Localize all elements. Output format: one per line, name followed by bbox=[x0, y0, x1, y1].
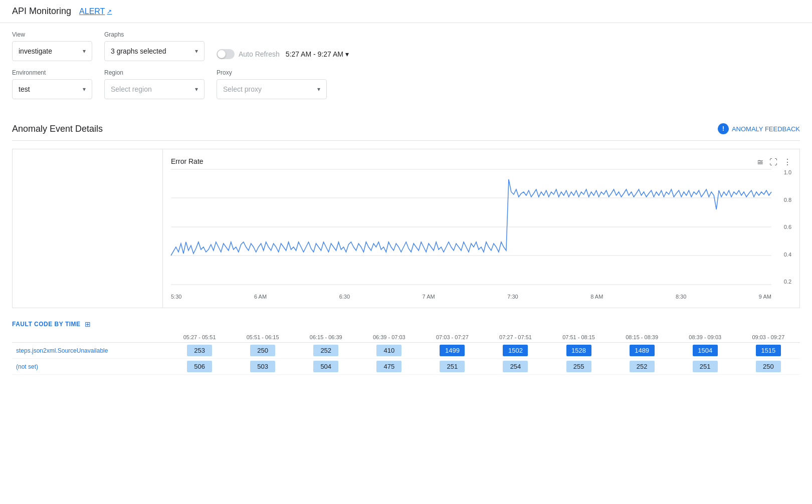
fault-table-body: steps.json2xml.SourceUnavailable25325025… bbox=[12, 343, 800, 375]
view-chevron-icon: ▾ bbox=[83, 48, 86, 55]
y-label-1: 1.0 bbox=[784, 169, 791, 175]
graphs-label: Graphs bbox=[104, 31, 205, 38]
y-label-4: 0.4 bbox=[784, 251, 791, 258]
view-label: View bbox=[12, 31, 92, 38]
cell-light: 252 bbox=[630, 361, 655, 372]
fault-table-header: 05:27 - 05:51 05:51 - 06:15 06:15 - 06:3… bbox=[12, 332, 800, 343]
filter-icon[interactable]: ≅ bbox=[757, 157, 763, 167]
time-range-chevron-icon: ▾ bbox=[345, 50, 349, 58]
chart-title: Error Rate bbox=[171, 157, 791, 165]
auto-refresh-group: Auto Refresh 5:27 AM - 9:27 AM ▾ bbox=[217, 49, 349, 59]
table-row: (not set)506503504475251254255252251250 bbox=[12, 359, 800, 375]
chart-section: Error Rate ≅ ⛶ ⋮ 1.0 0.8 bbox=[12, 149, 800, 308]
col-header-0703: 07:03 - 07:27 bbox=[421, 332, 484, 343]
cell-light: 504 bbox=[313, 361, 338, 372]
view-value: investigate bbox=[19, 47, 52, 55]
anomaly-feedback-button[interactable]: ! ANOMALY FEEDBACK bbox=[718, 123, 800, 134]
cell-dark: 1515 bbox=[756, 345, 781, 356]
graphs-control-group: Graphs 3 graphs selected ▾ bbox=[104, 31, 205, 61]
chart-main-panel: Error Rate ≅ ⛶ ⋮ 1.0 0.8 bbox=[163, 149, 799, 308]
cell-light: 250 bbox=[756, 361, 781, 372]
alert-link[interactable]: ALERT ↗ bbox=[79, 7, 112, 16]
auto-refresh-toggle[interactable]: Auto Refresh bbox=[217, 49, 280, 59]
col-header-0815: 08:15 - 08:39 bbox=[611, 332, 674, 343]
chart-container: 1.0 0.8 0.6 0.4 0.2 5:30 6 AM 6:30 7 AM … bbox=[171, 169, 791, 300]
fault-value-cell: 504 bbox=[294, 359, 357, 375]
col-header-0551: 05:51 - 06:15 bbox=[231, 332, 294, 343]
auto-refresh-label: Auto Refresh bbox=[239, 50, 280, 58]
col-header-0839: 08:39 - 09:03 bbox=[674, 332, 737, 343]
fault-table-head: 05:27 - 05:51 05:51 - 06:15 06:15 - 06:3… bbox=[12, 332, 800, 343]
toggle-thumb bbox=[218, 50, 226, 58]
fault-value-cell: 1528 bbox=[547, 343, 611, 359]
cell-light: 254 bbox=[503, 361, 528, 372]
fault-value-cell: 250 bbox=[737, 359, 800, 375]
fault-value-cell: 252 bbox=[294, 343, 357, 359]
fault-value-cell: 1499 bbox=[421, 343, 484, 359]
x-label-830: 8:30 bbox=[676, 294, 686, 300]
fault-name-cell: steps.json2xml.SourceUnavailable bbox=[12, 343, 168, 359]
y-label-3: 0.6 bbox=[784, 224, 791, 230]
header: API Monitoring ALERT ↗ bbox=[0, 0, 812, 23]
cell-light: 410 bbox=[376, 345, 401, 356]
environment-control-group: Environment test ▾ bbox=[12, 69, 92, 99]
anomaly-section-title: Anomaly Event Details bbox=[12, 124, 103, 134]
fault-value-cell: 251 bbox=[421, 359, 484, 375]
fault-value-cell: 410 bbox=[357, 343, 421, 359]
fault-value-cell: 253 bbox=[168, 343, 231, 359]
page-title: API Monitoring bbox=[12, 6, 71, 17]
col-header-0527: 05:27 - 05:51 bbox=[168, 332, 231, 343]
region-label: Region bbox=[104, 69, 205, 76]
col-header-name bbox=[12, 332, 168, 343]
cell-light: 252 bbox=[313, 345, 338, 356]
view-control-group: View investigate ▾ bbox=[12, 31, 92, 61]
fault-value-cell: 251 bbox=[674, 359, 737, 375]
fault-table: 05:27 - 05:51 05:51 - 06:15 06:15 - 06:3… bbox=[12, 332, 800, 375]
x-label-9am: 9 AM bbox=[759, 294, 771, 300]
proxy-control-group: Proxy Select proxy ▾ bbox=[217, 69, 327, 99]
x-label-530: 5:30 bbox=[171, 294, 181, 300]
fault-value-cell: 254 bbox=[484, 359, 547, 375]
fault-value-cell: 1515 bbox=[737, 343, 800, 359]
cell-dark: 1504 bbox=[693, 345, 718, 356]
x-label-630: 6:30 bbox=[339, 294, 350, 300]
error-rate-chart bbox=[171, 169, 771, 285]
y-label-5: 0.2 bbox=[784, 279, 791, 285]
fault-value-cell: 1504 bbox=[674, 343, 737, 359]
cell-light: 253 bbox=[187, 345, 212, 356]
chart-left-panel bbox=[13, 149, 163, 308]
cell-light: 475 bbox=[376, 361, 401, 372]
cell-light: 255 bbox=[566, 361, 591, 372]
col-header-0751: 07:51 - 08:15 bbox=[547, 332, 611, 343]
x-label-6am: 6 AM bbox=[254, 294, 267, 300]
cell-light: 251 bbox=[693, 361, 718, 372]
cell-dark: 1502 bbox=[503, 345, 528, 356]
time-range-selector[interactable]: 5:27 AM - 9:27 AM ▾ bbox=[286, 50, 349, 58]
expand-icon[interactable]: ⛶ bbox=[769, 158, 777, 167]
proxy-label: Proxy bbox=[217, 69, 327, 76]
cell-light: 503 bbox=[250, 361, 275, 372]
environment-chevron-icon: ▾ bbox=[83, 86, 86, 93]
environment-dropdown[interactable]: test ▾ bbox=[12, 79, 92, 99]
cell-light: 251 bbox=[440, 361, 465, 372]
more-icon[interactable]: ⋮ bbox=[783, 157, 791, 167]
fault-value-cell: 475 bbox=[357, 359, 421, 375]
cell-dark: 1528 bbox=[566, 345, 591, 356]
chart-toolbar: ≅ ⛶ ⋮ bbox=[757, 157, 791, 167]
region-placeholder: Select region bbox=[111, 85, 152, 93]
external-link-icon: ↗ bbox=[107, 8, 112, 15]
fault-value-cell: 255 bbox=[547, 359, 611, 375]
proxy-dropdown[interactable]: Select proxy ▾ bbox=[217, 79, 327, 99]
view-dropdown[interactable]: investigate ▾ bbox=[12, 41, 92, 61]
feedback-icon: ! bbox=[718, 123, 729, 134]
region-dropdown[interactable]: Select region ▾ bbox=[104, 79, 205, 99]
toggle-track[interactable] bbox=[217, 49, 235, 59]
environment-label: Environment bbox=[12, 69, 92, 76]
col-header-0727: 07:27 - 07:51 bbox=[484, 332, 547, 343]
x-label-730: 7:30 bbox=[507, 294, 518, 300]
x-label-7am: 7 AM bbox=[423, 294, 435, 300]
fault-value-cell: 250 bbox=[231, 343, 294, 359]
graphs-dropdown[interactable]: 3 graphs selected ▾ bbox=[104, 41, 205, 61]
export-icon[interactable]: ⊞ bbox=[85, 320, 91, 328]
fault-name-cell: (not set) bbox=[12, 359, 168, 375]
